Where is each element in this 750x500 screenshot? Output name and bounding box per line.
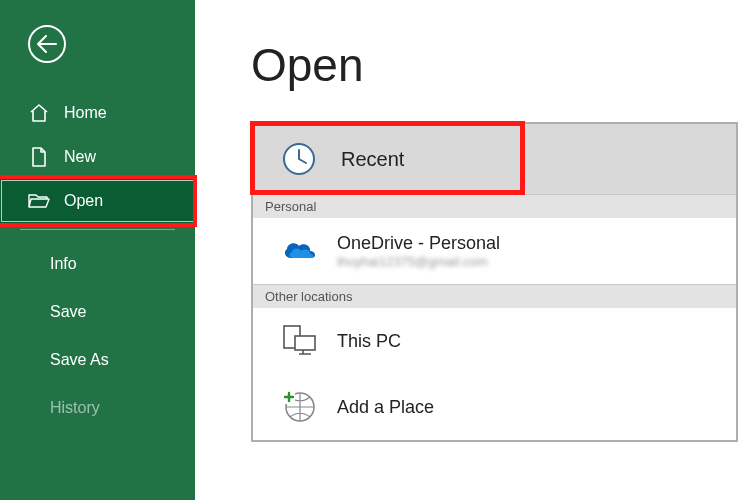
svg-rect-2 (295, 336, 315, 350)
location-this-pc[interactable]: This PC (253, 308, 736, 374)
nav-label: Open (64, 192, 103, 210)
nav-item-save-as[interactable]: Save As (0, 336, 195, 384)
nav-item-open[interactable]: Open (0, 179, 195, 223)
nav-label: Save (50, 303, 86, 321)
open-locations-panel: Recent Personal OneDrive - Personal thuy… (251, 122, 738, 442)
back-button[interactable] (28, 25, 66, 63)
nav-list: Home New Open (0, 91, 195, 223)
location-label: Add a Place (337, 397, 434, 418)
document-icon (28, 146, 50, 168)
folder-open-icon (28, 190, 50, 212)
nav-label: Home (64, 104, 107, 122)
onedrive-icon (281, 232, 319, 270)
location-label: This PC (337, 331, 401, 352)
section-header-other: Other locations (253, 284, 736, 308)
clock-icon (281, 141, 317, 177)
location-text: OneDrive - Personal thuyhai12375@gmail.c… (337, 233, 500, 269)
arrow-left-icon (37, 35, 57, 53)
home-icon (28, 102, 50, 124)
location-label: OneDrive - Personal (337, 233, 500, 254)
nav-item-info[interactable]: Info (0, 240, 195, 288)
backstage-sidebar: Home New Open Info Save (0, 0, 195, 500)
nav-item-new[interactable]: New (0, 135, 195, 179)
location-add-place[interactable]: Add a Place (253, 374, 736, 440)
nav-label: Info (50, 255, 77, 273)
page-title: Open (251, 38, 738, 92)
nav-label: New (64, 148, 96, 166)
add-place-icon (281, 388, 319, 426)
app-window: Home New Open Info Save (0, 0, 750, 500)
nav-sub-list: Info Save Save As History (0, 240, 195, 432)
nav-item-save[interactable]: Save (0, 288, 195, 336)
main-content: Open Recent Personal OneDrive - Personal… (195, 0, 750, 500)
location-label: Recent (341, 148, 404, 171)
section-header-personal: Personal (253, 194, 736, 218)
location-onedrive[interactable]: OneDrive - Personal thuyhai12375@gmail.c… (253, 218, 736, 284)
nav-item-home[interactable]: Home (0, 91, 195, 135)
location-recent[interactable]: Recent (253, 124, 736, 194)
this-pc-icon (281, 322, 319, 360)
nav-label: History (50, 399, 100, 417)
nav-label: Save As (50, 351, 109, 369)
location-sublabel: thuyhai12375@gmail.com (337, 254, 500, 269)
nav-divider (20, 229, 175, 230)
nav-item-history[interactable]: History (0, 384, 195, 432)
